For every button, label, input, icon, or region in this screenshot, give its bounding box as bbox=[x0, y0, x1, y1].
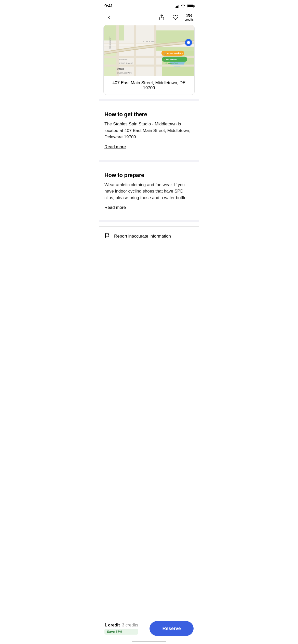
svg-text:CATHERINE ST: CATHERINE ST bbox=[109, 36, 111, 49]
nav-header: ‹ 28 credits bbox=[99, 11, 199, 25]
how-to-get-there-body: The Stables Spin Studio - Middletown is … bbox=[104, 121, 194, 140]
status-icons bbox=[175, 4, 194, 8]
svg-text:E COLE BLVD: E COLE BLVD bbox=[143, 40, 156, 43]
nav-right: 28 credits bbox=[157, 13, 194, 22]
status-bar: 9:41 bbox=[99, 0, 199, 11]
flag-icon bbox=[104, 233, 111, 240]
divider-1 bbox=[99, 99, 199, 101]
how-to-prepare-title: How to prepare bbox=[104, 172, 194, 179]
credits-badge[interactable]: 28 credits bbox=[185, 13, 194, 21]
wifi-icon bbox=[181, 5, 185, 8]
svg-rect-13 bbox=[134, 25, 136, 76]
heart-icon bbox=[172, 14, 179, 21]
back-chevron-icon: ‹ bbox=[108, 14, 110, 20]
svg-text:Silver Lake Park: Silver Lake Park bbox=[117, 72, 132, 74]
report-link[interactable]: Report inaccurate information bbox=[114, 234, 171, 239]
divider-2 bbox=[99, 160, 199, 162]
how-to-get-there-title: How to get there bbox=[104, 111, 194, 118]
credits-number: 28 bbox=[186, 13, 192, 18]
map-address: 407 East Main Street, Middletown, DE 197… bbox=[104, 76, 194, 95]
svg-text:E COCHRAN ST: E COCHRAN ST bbox=[119, 62, 133, 64]
how-to-prepare-body: Wear athletic clothing and footwear. If … bbox=[104, 182, 194, 201]
share-icon bbox=[158, 14, 165, 21]
divider-3 bbox=[99, 220, 199, 222]
svg-text:Maps: Maps bbox=[117, 67, 124, 70]
battery-icon bbox=[187, 5, 194, 8]
how-to-prepare-read-more[interactable]: Read more bbox=[104, 205, 126, 210]
report-section: Report inaccurate information bbox=[99, 226, 199, 246]
signal-icon bbox=[175, 4, 179, 8]
svg-point-27 bbox=[187, 41, 190, 44]
svg-text:🛒 ACME Markets: 🛒 ACME Markets bbox=[164, 52, 183, 55]
map-visual: E COLE BLVD CATHERINE ST GREEN ST E COCH… bbox=[104, 25, 194, 76]
credits-label: credits bbox=[185, 18, 194, 21]
status-time: 9:41 bbox=[104, 4, 113, 9]
map-container[interactable]: E COLE BLVD CATHERINE ST GREEN ST E COCH… bbox=[103, 25, 195, 95]
scroll-content: E COLE BLVD CATHERINE ST GREEN ST E COCH… bbox=[99, 25, 199, 276]
favorite-button[interactable] bbox=[171, 13, 180, 22]
how-to-get-there-section: How to get there The Stables Spin Studio… bbox=[99, 105, 199, 156]
nav-left: ‹ bbox=[104, 13, 114, 22]
svg-rect-3 bbox=[104, 25, 124, 41]
back-button[interactable]: ‹ bbox=[104, 13, 114, 22]
how-to-get-there-read-more[interactable]: Read more bbox=[104, 144, 126, 150]
svg-rect-14 bbox=[154, 25, 156, 76]
svg-text:🚶 Middletown: 🚶 Middletown bbox=[164, 58, 177, 61]
how-to-prepare-section: How to prepare Wear athletic clothing an… bbox=[99, 166, 199, 216]
svg-text:GREEN ST: GREEN ST bbox=[119, 59, 129, 61]
svg-text:Crossing Trail: Crossing Trail bbox=[166, 62, 178, 64]
share-button[interactable] bbox=[157, 13, 166, 22]
